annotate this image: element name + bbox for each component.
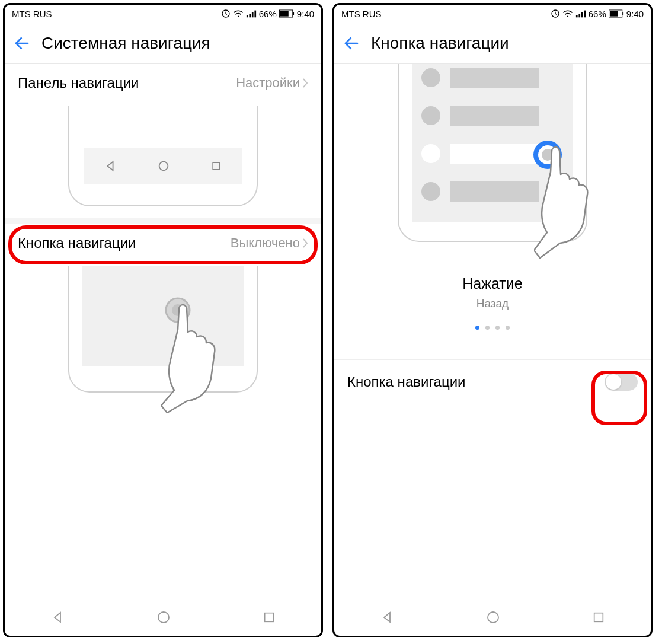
content-area-2: Нажатие Назад Кнопка навигации [334,64,651,598]
nav-button-label: Кнопка навигации [18,235,136,251]
mock-touch-target [532,139,564,171]
system-home-icon[interactable] [156,610,171,624]
mock-screen-grey [82,266,244,366]
svg-rect-3 [249,14,251,17]
status-icons: 66% 9:40 [221,9,314,19]
back-arrow-icon[interactable] [343,34,360,52]
mock-touch-circle [164,297,191,324]
section-divider [5,218,321,224]
svg-point-27 [488,612,498,623]
svg-point-26 [542,149,554,161]
system-nav-bar [334,598,651,636]
content-area-1: Панель навигации Настройки Кнопка навига… [5,64,321,598]
svg-rect-17 [576,15,578,18]
gesture-subtitle: Назад [334,297,651,310]
nav-button-value: Выключено [231,235,308,251]
chevron-right-icon [302,78,308,88]
phone-mockup-3 [398,64,587,242]
battery-icon [279,9,295,18]
svg-point-9 [159,162,168,171]
mock-home-icon [157,160,170,173]
mock-row-2 [421,106,539,126]
signal-icon [575,9,586,18]
nav-panel-value: Настройки [236,75,308,91]
back-arrow-icon[interactable] [13,34,31,52]
app-header: Кнопка навигации [334,23,651,64]
svg-rect-28 [594,613,603,621]
system-back-icon[interactable] [50,610,65,624]
status-bar: MTS RUS 66% 9:40 [5,5,321,23]
mock-navbar [84,148,242,184]
carrier-label: MTS RUS [341,9,382,19]
nav-panel-value-text: Настройки [236,75,300,91]
svg-point-13 [158,612,169,623]
gesture-illustration [334,64,651,254]
nav-button-toggle-row[interactable]: Кнопка навигации [334,359,651,404]
app-header: Системная навигация [5,23,321,64]
mock-row-1 [421,68,539,88]
status-bar: MTS RUS 66% 9:40 [334,5,651,23]
page-title: Системная навигация [41,34,210,53]
nav-panel-label: Панель навигации [18,75,139,91]
svg-rect-10 [213,162,220,170]
svg-rect-23 [622,12,623,15]
nav-panel-illustration [5,102,321,218]
mock-row-3 [421,144,539,164]
carrier-label: MTS RUS [12,9,52,19]
clock-sync-icon [551,9,560,18]
svg-rect-7 [280,11,289,16]
clock-time: 9:40 [626,9,644,19]
wifi-icon [562,9,573,18]
phone-mockup-1 [68,106,258,206]
page-title: Кнопка навигации [371,34,509,53]
gesture-caption: Нажатие Назад [334,275,651,310]
nav-panel-row[interactable]: Панель навигации Настройки [5,64,321,102]
mock-app-bar [450,144,539,164]
battery-pct: 66% [259,9,277,19]
battery-icon [609,9,624,18]
page-dot [485,326,490,330]
mock-app-bar [450,68,539,88]
chevron-right-icon [302,238,308,248]
mock-recent-icon [210,160,222,172]
mock-app-bar [450,106,539,126]
mock-back-icon [104,160,117,173]
svg-rect-2 [247,15,248,18]
signal-icon [246,9,257,18]
svg-point-16 [567,15,568,17]
toggle-label: Кнопка навигации [347,374,466,390]
svg-rect-20 [584,11,586,18]
page-indicator [334,326,651,330]
svg-point-12 [172,304,184,316]
phone-screen-2: MTS RUS 66% 9:40 Кнопка навигации [332,3,653,637]
phone-mockup-2 [68,266,258,393]
mock-app-icon [421,144,440,163]
svg-rect-5 [254,11,256,18]
mock-app-bar [450,181,539,202]
page-dot [475,326,479,330]
clock-time: 9:40 [297,9,314,19]
status-icons: 66% 9:40 [551,9,644,19]
svg-point-1 [238,15,239,17]
system-recent-icon[interactable] [592,611,605,624]
phone-screen-1: MTS RUS 66% 9:40 Системная навигация Пан… [3,3,323,637]
svg-rect-14 [264,613,273,621]
toggle-switch[interactable] [605,373,638,391]
system-back-icon[interactable] [380,610,394,624]
svg-rect-22 [610,11,618,16]
page-dot [506,326,510,330]
system-home-icon[interactable] [486,610,500,624]
svg-rect-4 [252,12,254,17]
mock-app-icon [421,106,440,125]
svg-rect-18 [578,14,580,17]
system-recent-icon[interactable] [263,611,276,624]
svg-rect-19 [581,12,583,17]
nav-button-illustration [5,262,321,404]
mock-app-icon [421,68,440,87]
svg-rect-8 [293,12,294,15]
gesture-title: Нажатие [334,275,651,292]
mock-app-icon [421,182,440,201]
nav-button-value-text: Выключено [231,235,300,251]
nav-button-row[interactable]: Кнопка навигации Выключено [5,224,321,262]
mock-row-4 [421,181,539,202]
